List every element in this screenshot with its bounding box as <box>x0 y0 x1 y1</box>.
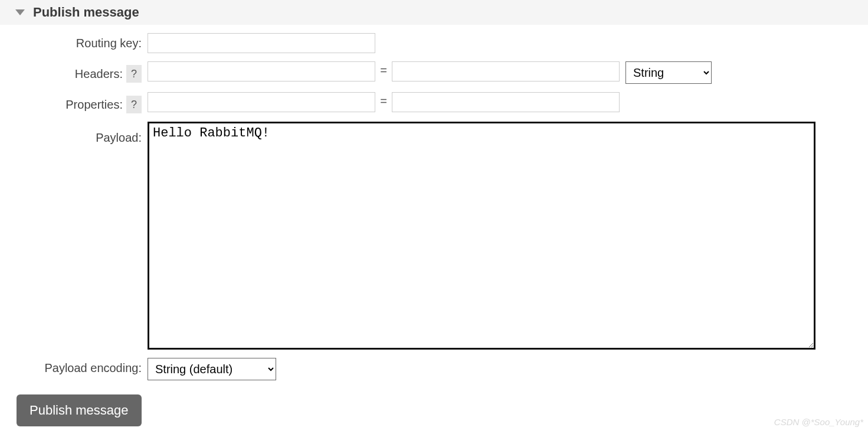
headers-label: Headers: <box>75 67 123 81</box>
watermark: CSDN @*Soo_Young* <box>774 417 863 426</box>
equals-sign: = <box>375 92 392 108</box>
headers-help-icon[interactable]: ? <box>126 65 142 83</box>
header-key-input[interactable] <box>148 61 375 81</box>
header-value-input[interactable] <box>392 61 620 81</box>
property-key-input[interactable] <box>148 92 375 112</box>
section-title: Publish message <box>33 5 139 20</box>
row-payload: Payload: <box>0 122 868 350</box>
payload-textarea[interactable] <box>148 122 815 350</box>
publish-form: Routing key: Headers: ? = String Propert… <box>0 25 868 426</box>
header-type-select[interactable]: String <box>625 61 712 84</box>
properties-help-icon[interactable]: ? <box>126 96 142 113</box>
properties-label: Properties: <box>65 98 123 112</box>
property-value-input[interactable] <box>392 92 620 112</box>
equals-sign: = <box>375 61 392 77</box>
row-properties: Properties: ? = <box>0 92 868 113</box>
payload-encoding-select[interactable]: String (default) <box>148 358 276 380</box>
payload-label: Payload: <box>96 131 142 145</box>
routing-key-input[interactable] <box>148 33 375 53</box>
section-header[interactable]: Publish message <box>0 0 868 25</box>
routing-key-label: Routing key: <box>76 37 142 50</box>
row-headers: Headers: ? = String <box>0 61 868 84</box>
publish-button[interactable]: Publish message <box>17 394 142 426</box>
chevron-down-icon <box>15 9 25 15</box>
row-payload-encoding: Payload encoding: String (default) <box>0 358 868 380</box>
payload-encoding-label: Payload encoding: <box>44 361 142 375</box>
row-routing-key: Routing key: <box>0 33 868 53</box>
